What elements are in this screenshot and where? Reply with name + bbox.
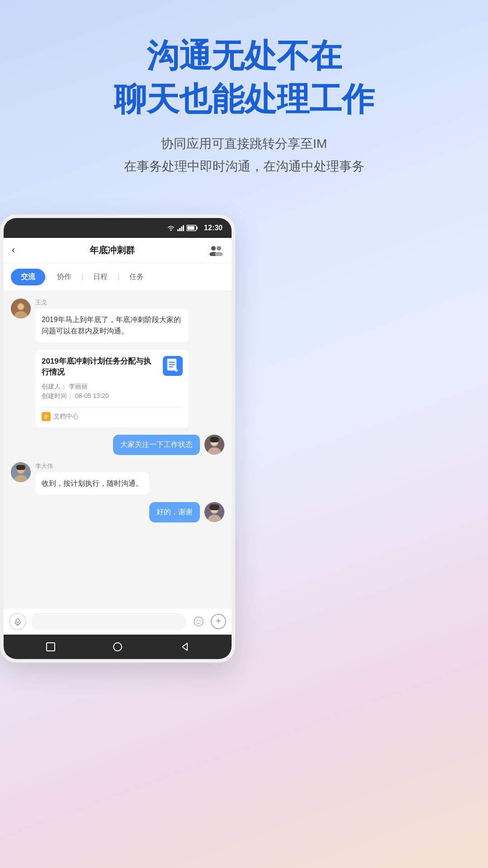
tab-task[interactable]: 任务 (119, 269, 154, 285)
status-bar: 12:30 (4, 218, 232, 238)
message-4: 李大伟 收到，按计划执行，随时沟通。 (11, 462, 224, 495)
svg-rect-19 (44, 417, 48, 417)
bubble-3: 大家关注一下工作状态 (113, 435, 200, 455)
avatar-self-2 (204, 502, 224, 522)
msg-4-content: 李大伟 收到，按计划执行，随时沟通。 (35, 462, 149, 495)
card-title: 2019年底冲刺计划任务分配与执行情况 (42, 356, 155, 378)
avatar-lidawei (11, 462, 31, 482)
page-container: 沟通无处不在 聊天也能处理工作 协同应用可直接跳转分享至IM 在事务处理中即时沟… (0, 0, 488, 868)
avatar-self-1 (204, 435, 224, 455)
subtitle-line1: 协同应用可直接跳转分享至IM (124, 133, 365, 155)
svg-point-5 (217, 246, 221, 251)
sender-wange: 王戈 (35, 299, 189, 307)
svg-rect-35 (209, 504, 219, 510)
nav-title: 年底冲刺群 (90, 244, 135, 256)
svg-rect-30 (16, 465, 25, 470)
card-time-label: 创建时间： 08-05 13:20 (42, 392, 155, 400)
voice-button[interactable] (9, 613, 26, 630)
home-nav-button[interactable] (111, 640, 124, 653)
tab-collaborate[interactable]: 协作 (47, 269, 81, 285)
hero-subtitle: 协同应用可直接跳转分享至IM 在事务处理中即时沟通，在沟通中处理事务 (124, 133, 365, 178)
svg-point-43 (114, 643, 122, 651)
svg-point-0 (171, 229, 172, 231)
hero-section: 沟通无处不在 聊天也能处理工作 协同应用可直接跳转分享至IM 在事务处理中即时沟… (0, 0, 488, 196)
phone-mockup: 12:30 ‹ 年底冲刺群 交流 | (0, 214, 235, 663)
status-time: 12:30 (204, 224, 223, 232)
back-button[interactable]: ‹ (12, 244, 15, 256)
svg-rect-25 (210, 437, 219, 442)
bubble-4: 收到，按计划执行，随时沟通。 (35, 472, 149, 495)
avatar-wange (11, 299, 31, 318)
hero-title-line2: 聊天也能处理工作 (114, 80, 374, 119)
battery-icon (186, 225, 198, 231)
card-creator-label: 创建人： 李丽丽 (42, 383, 155, 391)
doc-icon (163, 356, 183, 376)
emoji-button[interactable] (191, 614, 206, 629)
tab-schedule[interactable]: 日程 (83, 269, 118, 285)
msg-1-content: 王戈 2019年马上到年底了，年底冲刺阶段大家的问题可以在群内及时沟通。 (35, 299, 189, 342)
svg-marker-44 (182, 643, 187, 650)
group-icon[interactable] (209, 244, 223, 256)
message-1: 王戈 2019年马上到年底了，年底冲刺阶段大家的问题可以在群内及时沟通。 (11, 299, 224, 342)
sender-lidawei: 李大伟 (35, 462, 149, 470)
card-footer: 文档中心 (42, 407, 183, 421)
square-nav-button[interactable] (44, 640, 57, 653)
input-area: + (4, 608, 232, 635)
card-message[interactable]: 2019年底冲刺计划任务分配与执行情况 创建人： 李丽丽 创建时间： 08-05… (35, 350, 189, 428)
svg-rect-2 (187, 226, 194, 230)
svg-point-39 (194, 617, 203, 626)
subtitle-line2: 在事务处理中即时沟通，在沟通中处理事务 (124, 155, 365, 178)
back-nav-button[interactable] (178, 640, 191, 653)
wifi-icon (167, 225, 175, 231)
tabs-bar: 交流 | 协作 | 日程 | 任务 (4, 263, 232, 291)
svg-point-40 (197, 620, 198, 621)
svg-rect-20 (44, 418, 47, 419)
top-nav: ‹ 年底冲刺群 (4, 238, 232, 263)
svg-rect-3 (197, 227, 198, 229)
svg-point-11 (18, 304, 24, 309)
phone-screen: 12:30 ‹ 年底冲刺群 交流 | (4, 218, 232, 659)
svg-point-41 (199, 620, 201, 621)
tab-exchange[interactable]: 交流 (11, 269, 45, 285)
bubble-1: 2019年马上到年底了，年底冲刺阶段大家的问题可以在群内及时沟通。 (35, 308, 189, 342)
chat-input[interactable] (31, 613, 186, 630)
hero-title-line1: 沟通无处不在 (147, 36, 342, 75)
svg-point-4 (211, 246, 216, 251)
chat-area: 王戈 2019年马上到年底了，年底冲刺阶段大家的问题可以在群内及时沟通。 201… (4, 291, 232, 608)
svg-rect-18 (44, 415, 48, 416)
message-3: 大家关注一下工作状态 (11, 435, 224, 455)
message-5: 好的，谢谢 (11, 502, 224, 522)
svg-rect-42 (47, 643, 55, 651)
doc-center-icon (42, 412, 51, 421)
bottom-nav-bar (4, 635, 232, 659)
signal-icon (177, 225, 184, 231)
status-icons: 12:30 (167, 224, 223, 232)
bubble-5: 好的，谢谢 (149, 502, 200, 522)
svg-point-36 (16, 619, 19, 622)
add-button[interactable]: + (211, 614, 226, 629)
card-source-label: 文档中心 (53, 413, 79, 421)
